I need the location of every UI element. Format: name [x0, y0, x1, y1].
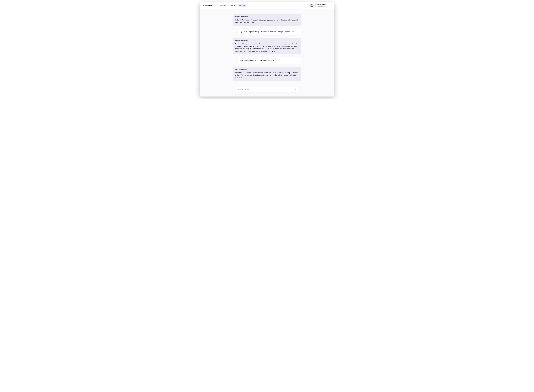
assistant-message: Moonshot Assistant Hello! We're Moonshot… — [233, 14, 301, 26]
user-message: That sounds perfect! Can I buy these in … — [238, 57, 301, 64]
chat-thread: Moonshot Assistant Hello! We're Moonshot… — [233, 14, 301, 81]
message-text: My dog has a grain allergy. What type of… — [240, 31, 299, 33]
message-text-prefix: Absolutely! Our treats are available in … — [235, 72, 298, 76]
assistant-name-label: Moonshot Assistant — [235, 69, 299, 70]
chat-input-wrap — [235, 87, 299, 92]
header-left: ❩ moonshot Customers Invoices Insights — [202, 4, 247, 7]
logo-mark-icon: ❩ — [202, 4, 204, 7]
nav-invoices[interactable]: Invoices — [228, 4, 237, 7]
send-icon — [295, 89, 297, 91]
avatar — [310, 4, 314, 7]
user-message: My dog has a grain allergy. What type of… — [238, 29, 301, 35]
header: ❩ moonshot Customers Invoices Insights K… — [200, 2, 334, 9]
user-info: Kristen Cooper kristen@moonshot.com — [315, 4, 328, 7]
svg-point-1 — [311, 5, 312, 5]
store-locator-link[interactable]: Link here — [235, 77, 242, 78]
chat-input[interactable] — [237, 89, 295, 90]
chevron-down-icon[interactable] — [330, 5, 332, 6]
content: Moonshot Assistant Hello! We're Moonshot… — [200, 9, 334, 97]
message-text: That sounds perfect! Can I buy these in … — [240, 59, 299, 62]
user-email: kristen@moonshot.com — [315, 5, 328, 7]
user-name: Kristen Cooper — [315, 4, 328, 5]
assistant-name-label: Moonshot Assistant — [235, 16, 299, 18]
nav-insights[interactable]: Insights — [238, 4, 247, 7]
nav-customers[interactable]: Customers — [216, 4, 227, 7]
assistant-message: Moonshot Assistant Absolutely! Our treat… — [233, 67, 301, 81]
message-text: Absolutely! Our treats are available in … — [235, 71, 299, 79]
user-menu[interactable]: Kristen Cooper kristen@moonshot.com — [310, 4, 332, 7]
app-window: ❩ moonshot Customers Invoices Insights K… — [200, 2, 334, 97]
chat-input-box — [235, 87, 299, 92]
message-text: Of course! We prioritize high-quality in… — [235, 43, 299, 52]
message-text: Hello! We're Moonshot, a dog treat compa… — [235, 19, 299, 24]
send-button[interactable] — [295, 89, 297, 91]
logo[interactable]: ❩ moonshot — [202, 4, 213, 7]
assistant-name-label: Moonshot Assistant — [235, 40, 299, 42]
nav: Customers Invoices Insights — [216, 4, 247, 7]
assistant-message: Moonshot Assistant Of course! We priorit… — [233, 38, 301, 54]
brand-name: moonshot — [205, 4, 214, 6]
